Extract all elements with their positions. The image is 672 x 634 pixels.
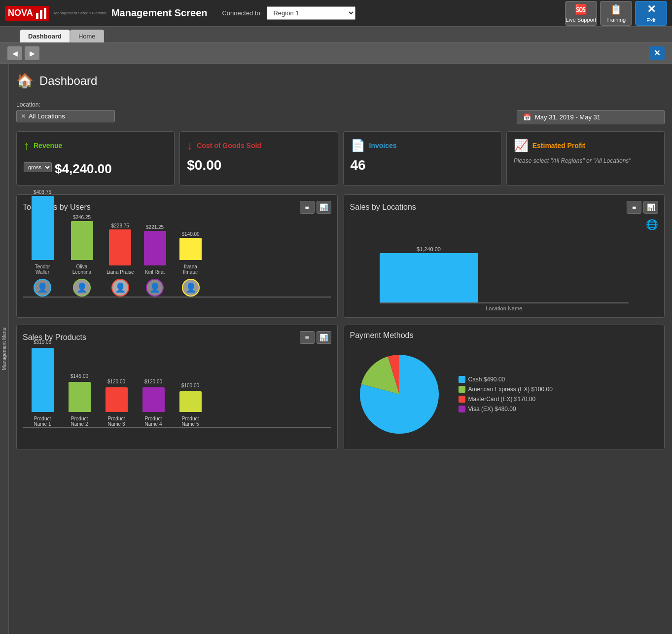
logo-area: NOVA Management Screen Platform — [5, 6, 106, 21]
payment-methods-title: Payment Methods — [350, 331, 414, 340]
payment-pie-chart — [350, 345, 449, 444]
charts-row2: Sales by Products ≡ 📊 $310.00 Product Na… — [16, 325, 665, 450]
sales-by-locations-chart: $1,240.00 Location Name — [350, 232, 659, 311]
app-title: Management Screen — [111, 7, 208, 19]
payment-methods-header: Payment Methods — [350, 331, 659, 340]
nav-forward-button[interactable]: ▶ — [25, 46, 39, 60]
dashboard-title: Dashboard — [39, 74, 97, 88]
product-bar-4: $120.00 Product Name 4 — [139, 379, 168, 427]
revenue-title: Revenue — [34, 142, 62, 149]
legend-cash-dot — [459, 376, 465, 383]
invoices-title: Invoices — [369, 142, 397, 149]
region-select[interactable]: Region 1 Region 2 Region 3 — [267, 6, 355, 20]
prod-list-view-button[interactable]: ≡ — [300, 331, 315, 344]
charts-row1: Top Sales by Users ≡ 📊 $403.75 Teodor Wa… — [16, 194, 665, 318]
bar-ilvana — [179, 238, 202, 260]
product-bar-2: $145.00 Product Name 2 — [65, 373, 94, 427]
pie-container: Cash $490.00 American Express (EX) $100.… — [350, 345, 659, 444]
user-bar-teodor: $403.75 Teodor Waller 👤 — [28, 189, 57, 297]
sales-by-products-header: Sales by Products ≡ 📊 — [23, 331, 331, 344]
date-range-input[interactable]: 📅 May 31, 2019 - May 31 — [517, 110, 665, 124]
location-input[interactable]: ✕ All Locations — [16, 110, 115, 122]
product-bar-3: $120.00 Product Name 3 — [102, 379, 131, 427]
close-button[interactable]: ✕ — [649, 46, 665, 60]
bar-product1 — [32, 348, 54, 412]
user-bar-kiril: $221.25 Kiril Rifat 👤 — [144, 224, 166, 297]
profit-title: Estimated Profit — [532, 142, 585, 149]
revenue-header: ↑ Revenue — [24, 139, 167, 152]
calendar-icon: 📅 — [523, 113, 531, 121]
legend-visa-label: Visa (EX) $480.00 — [468, 406, 516, 412]
legend-visa-dot — [459, 406, 465, 412]
legend-cash: Cash $490.00 — [459, 376, 553, 383]
top-sales-users-header: Top Sales by Users ≡ 📊 — [23, 201, 331, 214]
bar-liana — [109, 229, 131, 265]
avatar-liana: 👤 — [111, 279, 129, 297]
bar-product3 — [106, 387, 128, 412]
legend-amex-dot — [459, 386, 465, 393]
sales-by-products-chart: $310.00 Product Name 1 $145.00 Product N… — [23, 349, 331, 428]
kpi-row: ↑ Revenue gross net $4,240.00 ↓ Cost of … — [16, 131, 665, 186]
topbar-actions: 🆘 Live Support 📋 Training ✕ Exit — [565, 1, 667, 26]
navbar: ◀ ▶ ✕ — [0, 43, 672, 64]
top-sales-users-btns: ≡ 📊 — [300, 201, 331, 214]
date-range-value: May 31, 2019 - May 31 — [535, 113, 601, 121]
filters-row: Location: ✕ All Locations 📅 May 31, 2019… — [16, 101, 665, 124]
bar-view-button[interactable]: 📊 — [317, 201, 331, 214]
invoices-card: 📄 Invoices 46 — [343, 131, 501, 186]
cogs-title: Cost of Goods Sold — [197, 142, 261, 149]
location-clear-icon[interactable]: ✕ — [21, 112, 26, 120]
sales-by-products-panel: Sales by Products ≡ 📊 $310.00 Product Na… — [16, 325, 338, 450]
bar-product2 — [69, 382, 91, 412]
invoices-icon: 📄 — [351, 139, 365, 152]
pie-legend: Cash $490.00 American Express (EX) $100.… — [459, 376, 553, 412]
gross-select[interactable]: gross net — [24, 162, 52, 172]
tabbar: Dashboard Home — [0, 27, 672, 43]
bar-product5 — [179, 391, 202, 412]
sales-by-locations-header: Sales by Locations ≡ 📊 — [350, 201, 659, 214]
invoices-value: 46 — [351, 157, 494, 173]
sales-by-products-btns: ≡ 📊 — [300, 331, 331, 344]
main-content: 🏠 Dashboard Location: ✕ All Locations 📅 … — [9, 64, 672, 462]
nav-back-button[interactable]: ◀ — [7, 46, 22, 60]
loc-list-view-button[interactable]: ≡ — [627, 201, 641, 214]
tab-home[interactable]: Home — [70, 30, 104, 42]
legend-amex-label: American Express (EX) $100.00 — [468, 386, 553, 393]
top-sales-users-chart: $403.75 Teodor Waller 👤 $246.25 Oliva Le… — [23, 219, 331, 298]
bar-product4 — [142, 387, 165, 412]
sales-by-locations-btns: ≡ 📊 — [627, 201, 658, 214]
exit-label: Exit — [646, 17, 655, 23]
loc-bar-value: $1,240.00 — [417, 246, 441, 252]
revenue-sub: gross net $4,240.00 — [24, 157, 167, 177]
training-button[interactable]: 📋 Training — [600, 1, 632, 26]
training-label: Training — [606, 17, 626, 23]
loc-bar-view-button[interactable]: 📊 — [643, 201, 658, 214]
logo-text: NOVA — [8, 8, 33, 18]
revenue-value: $4,240.00 — [55, 161, 112, 177]
exit-button[interactable]: ✕ Exit — [635, 1, 667, 26]
location-filter-group: Location: ✕ All Locations — [16, 101, 115, 122]
live-support-button[interactable]: 🆘 Live Support — [565, 1, 597, 26]
legend-mastercard-dot — [459, 396, 465, 403]
list-view-button[interactable]: ≡ — [300, 201, 315, 214]
user-bar-liana: $228.75 Liana Praise 👤 — [106, 223, 134, 297]
side-menu-label: Management Menu — [1, 328, 7, 370]
cogs-value: $0.00 — [187, 157, 330, 173]
sales-by-locations-title: Sales by Locations — [350, 203, 416, 212]
payment-methods-panel: Payment Methods — [344, 325, 665, 450]
cogs-header: ↓ Cost of Goods Sold — [187, 139, 330, 152]
location-flag-icon: 🌐 — [646, 219, 658, 230]
life-ring-icon: 🆘 — [575, 3, 587, 15]
legend-amex: American Express (EX) $100.00 — [459, 386, 553, 393]
live-support-label: Live Support — [566, 17, 597, 23]
bar-teodor — [32, 196, 54, 260]
product-bar-5: $100.00 Product Name 5 — [176, 383, 205, 427]
tab-dashboard[interactable]: Dashboard — [20, 30, 70, 42]
topbar: NOVA Management Screen Platform Manageme… — [0, 0, 672, 27]
side-menu[interactable]: Management Menu — [0, 64, 9, 634]
cogs-icon: ↓ — [187, 139, 193, 152]
prod-bar-view-button[interactable]: 📊 — [317, 331, 331, 344]
legend-mastercard-label: MasterCard (EX) $170.00 — [468, 396, 536, 403]
legend-mastercard: MasterCard (EX) $170.00 — [459, 396, 553, 403]
user-bar-oliva: $246.25 Oliva Leontina 👤 — [67, 215, 97, 297]
